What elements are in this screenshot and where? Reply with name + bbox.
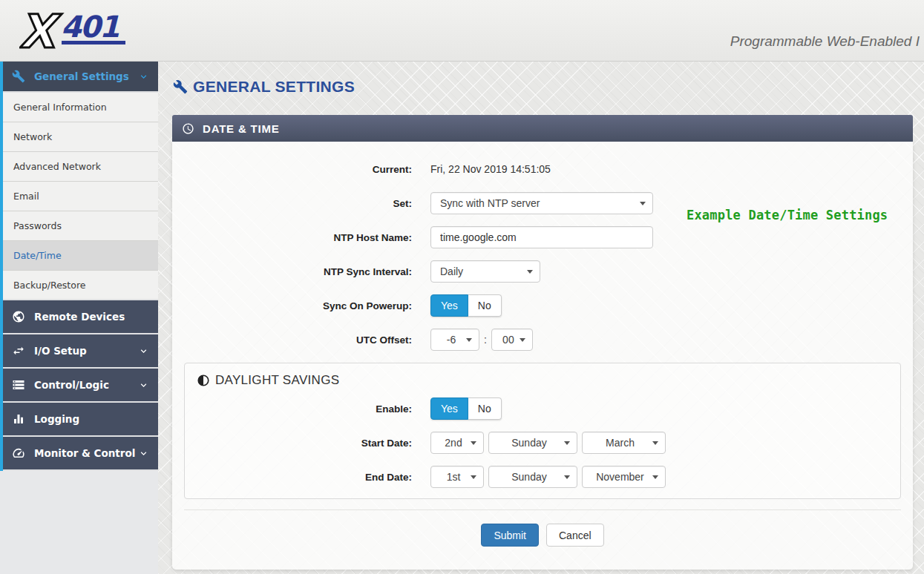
utc-offset-row: UTC Offset: -6 : 00 <box>172 329 913 351</box>
dst-enable-toggle: Yes No <box>430 397 502 420</box>
dst-enable-no-button[interactable]: No <box>468 397 502 420</box>
chevron-down-icon <box>138 346 149 357</box>
gauge-icon <box>12 446 25 460</box>
dst-enable-yes-button[interactable]: Yes <box>430 397 468 420</box>
sync-powerup-row: Sync On Powerup: Yes No <box>172 294 913 317</box>
dst-start-date-row: Start Date: 2nd Sunday March <box>185 432 900 454</box>
sidebar-item-label: Email <box>13 191 39 202</box>
utc-offset-minutes-value: 00 <box>502 334 514 346</box>
dst-enable-row: Enable: Yes No <box>185 397 900 420</box>
daylight-savings-section: DAYLIGHT SAVINGS Enable: Yes No Start Da… <box>184 363 901 499</box>
sidebar-item-logging[interactable]: Logging <box>3 403 158 437</box>
utc-offset-separator: : <box>484 334 487 346</box>
sidebar-item-control-logic[interactable]: Control/Logic <box>3 369 158 403</box>
ntp-interval-label: NTP Sync Interval: <box>172 266 412 277</box>
page-title: GENERAL SETTINGS <box>173 78 355 96</box>
select-arrow-icon <box>466 338 472 342</box>
sidebar-item-backup-restore[interactable]: Backup/Restore <box>3 271 158 300</box>
ntp-host-row: NTP Host Name: <box>172 226 913 248</box>
sync-powerup-no-button[interactable]: No <box>468 294 502 317</box>
equalizer-icon <box>12 412 25 426</box>
page-title-text: GENERAL SETTINGS <box>193 78 355 96</box>
sidebar-item-label: Passwords <box>13 220 62 231</box>
sidebar-item-label: Monitor & Control <box>34 447 138 459</box>
select-arrow-icon <box>520 338 525 342</box>
sidebar-item-label: Remote Devices <box>34 311 149 323</box>
form-divider <box>184 509 901 510</box>
select-arrow-icon <box>564 475 570 479</box>
ntp-interval-select[interactable]: Daily <box>430 260 540 283</box>
dst-enable-label: Enable: <box>185 403 412 415</box>
submit-button[interactable]: Submit <box>481 524 539 547</box>
ntp-host-input[interactable] <box>430 226 653 248</box>
current-time-label: Current: <box>172 164 412 175</box>
sidebar-item-email[interactable]: Email <box>3 182 158 211</box>
sidebar-item-general-settings[interactable]: General Settings <box>3 62 158 93</box>
set-method-select[interactable]: Sync with NTP server <box>430 192 653 214</box>
sidebar-item-label: Date/Time <box>13 250 62 261</box>
top-header: X 401 Programmable Web-Enabled I <box>0 0 924 62</box>
dst-start-weekday-select[interactable]: Sunday <box>488 432 577 454</box>
sidebar-item-advanced-network[interactable]: Advanced Network <box>3 152 158 182</box>
sidebar-item-io-setup[interactable]: I/O Setup <box>3 334 158 369</box>
dst-end-weekday-select[interactable]: Sunday <box>488 466 577 488</box>
select-arrow-icon <box>527 270 533 274</box>
set-method-value: Sync with NTP server <box>440 197 540 209</box>
dst-start-month-value: March <box>606 437 635 449</box>
select-arrow-icon <box>652 441 658 445</box>
chevron-down-icon <box>138 380 149 391</box>
globe-icon <box>12 310 25 323</box>
brand-logo: X 401 <box>19 6 134 58</box>
dst-start-date-label: Start Date: <box>185 438 412 449</box>
sync-powerup-label: Sync On Powerup: <box>172 300 412 311</box>
select-arrow-icon <box>564 441 570 445</box>
ntp-host-label: NTP Host Name: <box>172 232 412 243</box>
set-method-label: Set: <box>172 198 412 209</box>
product-tagline: Programmable Web-Enabled I <box>730 33 920 50</box>
server-stack-icon <box>12 378 25 392</box>
logo-x-letter: X <box>19 6 62 55</box>
utc-offset-hours-select[interactable]: -6 <box>430 329 479 351</box>
clock-icon <box>182 122 194 135</box>
sidebar-item-monitor-control[interactable]: Monitor & Control <box>3 437 158 471</box>
sidebar-item-network[interactable]: Network <box>3 122 158 152</box>
sidebar-item-label: Advanced Network <box>13 161 101 172</box>
utc-offset-minutes-select[interactable]: 00 <box>491 329 533 351</box>
dst-start-month-select[interactable]: March <box>582 432 666 454</box>
dst-end-date-label: End Date: <box>185 472 412 483</box>
sidebar: General Settings General Information Net… <box>0 62 158 574</box>
current-time-row: Current: Fri, 22 Nov 2019 14:51:05 <box>172 158 913 180</box>
dst-start-weekday-value: Sunday <box>511 437 546 449</box>
sidebar-item-label: Backup/Restore <box>13 280 85 291</box>
select-arrow-icon <box>652 475 658 479</box>
sidebar-menu: General Settings General Information Net… <box>0 62 158 471</box>
sidebar-item-remote-devices[interactable]: Remote Devices <box>3 300 158 334</box>
dst-start-week-select[interactable]: 2nd <box>430 432 484 454</box>
panel-title: DATE & TIME <box>203 122 280 135</box>
panel-header: DATE & TIME <box>172 115 913 142</box>
cancel-button[interactable]: Cancel <box>546 524 604 547</box>
current-time-value: Fri, 22 Nov 2019 14:51:05 <box>430 163 551 175</box>
date-time-panel: DATE & TIME Example Date/Time Settings C… <box>172 115 913 570</box>
dst-end-week-select[interactable]: 1st <box>430 466 484 488</box>
utc-offset-label: UTC Offset: <box>172 334 412 346</box>
chevron-down-icon <box>138 448 149 459</box>
logo-model-number: 401 <box>61 10 119 44</box>
sidebar-item-general-information[interactable]: General Information <box>3 93 158 122</box>
select-arrow-icon <box>471 441 476 445</box>
panel-body: Example Date/Time Settings Current: Fri,… <box>172 142 913 570</box>
button-row: Submit Cancel <box>172 524 913 547</box>
wrench-icon <box>173 79 188 94</box>
sidebar-item-label: Control/Logic <box>34 379 138 391</box>
dst-end-month-value: November <box>596 471 644 483</box>
dst-end-month-select[interactable]: November <box>582 466 666 488</box>
sidebar-item-label: General Settings <box>34 70 138 82</box>
sidebar-item-date-time[interactable]: Date/Time <box>3 241 158 271</box>
contrast-icon <box>197 374 210 387</box>
ntp-interval-row: NTP Sync Interval: Daily <box>172 260 913 283</box>
daylight-savings-title: DAYLIGHT SAVINGS <box>215 373 339 388</box>
sync-powerup-toggle: Yes No <box>430 294 502 317</box>
sidebar-item-passwords[interactable]: Passwords <box>3 211 158 241</box>
ntp-interval-value: Daily <box>440 265 463 277</box>
sync-powerup-yes-button[interactable]: Yes <box>430 294 468 317</box>
